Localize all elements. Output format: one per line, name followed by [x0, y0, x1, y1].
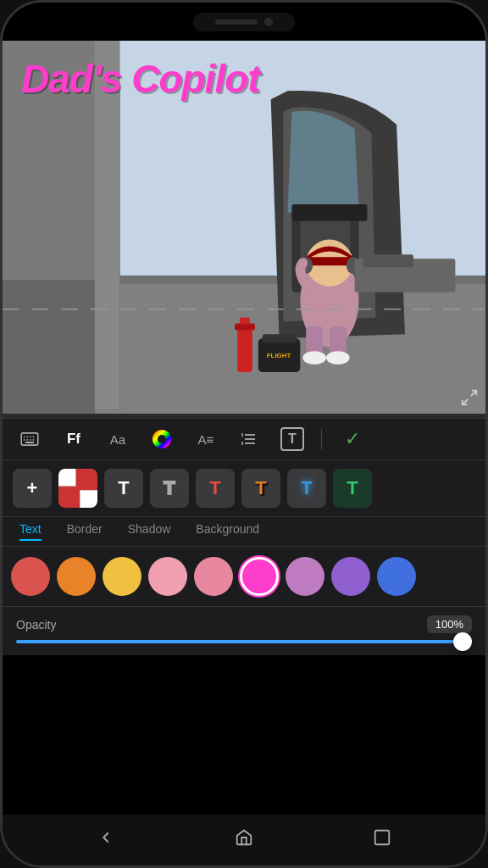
- no-style-flag: [58, 469, 97, 508]
- svg-line-26: [463, 399, 468, 404]
- svg-rect-19: [263, 334, 297, 342]
- svg-rect-21: [3, 280, 95, 414]
- style-shadow-button[interactable]: T: [241, 469, 280, 508]
- color-swatch-pink-light[interactable]: [148, 557, 187, 596]
- svg-rect-17: [240, 318, 250, 325]
- svg-point-10: [326, 351, 350, 364]
- color-swatch-red[interactable]: [11, 557, 50, 596]
- color-swatch-purple[interactable]: [331, 557, 370, 596]
- toolbar-divider: [321, 429, 322, 449]
- home-button[interactable]: [235, 828, 253, 852]
- style-neon-button[interactable]: T: [287, 469, 326, 508]
- text-box-button[interactable]: T: [280, 427, 304, 451]
- svg-rect-12: [306, 257, 352, 265]
- font-family-button[interactable]: Ff: [60, 426, 87, 453]
- tab-text[interactable]: Text: [19, 522, 42, 541]
- color-row: [3, 547, 485, 607]
- style-row: + T T T T T T: [3, 460, 485, 517]
- notch-speaker: [215, 19, 258, 25]
- color-swatch-pink-medium[interactable]: [194, 557, 233, 596]
- color-swatch-yellow[interactable]: [103, 557, 141, 596]
- font-size-button[interactable]: Aa: [104, 426, 131, 453]
- svg-rect-27: [21, 433, 38, 445]
- svg-rect-15: [237, 326, 252, 371]
- no-style-button[interactable]: [58, 469, 97, 508]
- svg-point-38: [158, 435, 166, 443]
- text-align-button[interactable]: A≡: [192, 426, 219, 453]
- image-canvas: FLIGHT Dad's Copilot: [3, 41, 485, 418]
- opacity-header: Opacity 100%: [16, 615, 472, 633]
- opacity-slider-thumb[interactable]: [453, 632, 472, 651]
- svg-rect-5: [291, 204, 367, 221]
- opacity-value: 100%: [427, 615, 472, 633]
- confirm-button[interactable]: ✓: [339, 426, 366, 453]
- color-wheel-button[interactable]: [148, 426, 175, 453]
- svg-text:FLIGHT: FLIGHT: [267, 352, 291, 359]
- color-swatch-pink-hot[interactable]: [240, 557, 279, 596]
- add-style-button[interactable]: +: [13, 469, 52, 508]
- line-spacing-button[interactable]: [236, 426, 263, 453]
- opacity-label: Opacity: [16, 618, 56, 632]
- svg-rect-24: [363, 254, 413, 267]
- phone-content: FLIGHT Dad's Copilot: [3, 3, 485, 865]
- style-bold-button[interactable]: T: [150, 469, 189, 508]
- notch-camera: [264, 18, 273, 26]
- keyboard-button[interactable]: [16, 426, 43, 453]
- color-swatch-orange[interactable]: [57, 557, 96, 596]
- phone-frame: FLIGHT Dad's Copilot: [0, 0, 488, 868]
- toolbar: Ff Aa: [3, 418, 485, 460]
- bottom-nav: [3, 815, 485, 865]
- style-outline-button[interactable]: T: [196, 469, 235, 508]
- expand-icon[interactable]: [460, 388, 479, 411]
- tab-background[interactable]: Background: [196, 522, 259, 541]
- opacity-slider-track[interactable]: [16, 640, 472, 643]
- svg-point-9: [302, 351, 326, 364]
- style-filled-button[interactable]: T: [333, 469, 372, 508]
- back-button[interactable]: [97, 828, 115, 852]
- style-plain-button[interactable]: T: [104, 469, 143, 508]
- tab-row: Text Border Shadow Background: [3, 517, 485, 547]
- recents-button[interactable]: [373, 828, 391, 852]
- color-swatch-blue[interactable]: [377, 557, 416, 596]
- tab-border[interactable]: Border: [67, 522, 103, 541]
- color-swatch-purple-light[interactable]: [286, 557, 324, 596]
- opacity-row: Opacity 100%: [3, 607, 485, 655]
- svg-line-25: [471, 391, 476, 396]
- canvas-text-overlay: Dad's Copilot: [21, 56, 260, 102]
- phone-notch: [193, 13, 295, 31]
- svg-rect-44: [375, 831, 390, 845]
- tab-shadow[interactable]: Shadow: [128, 522, 171, 541]
- opacity-slider-fill: [16, 640, 472, 643]
- svg-rect-16: [235, 323, 255, 330]
